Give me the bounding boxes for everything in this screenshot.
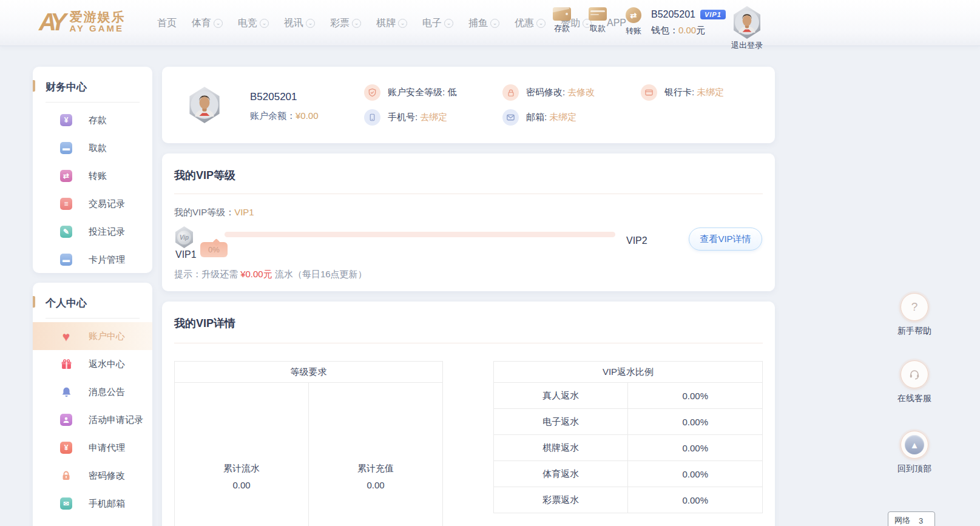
vip-progress-bar (225, 232, 615, 237)
online-service-button[interactable]: 在线客服 (897, 360, 931, 404)
nav-item-esports[interactable]: 电竞⌄ (238, 17, 269, 30)
site-logo[interactable]: AY 爱游娱乐 AY GAME (39, 7, 126, 36)
security-value: 低 (447, 87, 456, 97)
nav-item-boardgames[interactable]: 棋牌⌄ (376, 17, 407, 30)
withdraw-card-icon: ▬ (59, 141, 73, 155)
sidebar-item-account-center[interactable]: ♥ 账户中心 (33, 322, 152, 350)
transaction-record-icon: ≡ (59, 197, 73, 211)
sidebar-item-announcements[interactable]: 消息公告 (33, 378, 152, 406)
rebate-table: VIP返水比例 真人返水 0.00% 电子返水 0.00% 棋牌返水 0.00%… (493, 361, 763, 513)
sidebar-item-transactions[interactable]: ≡ 交易记录 (33, 190, 152, 218)
sidebar-item-card-management[interactable]: ▬ 卡片管理 (33, 246, 152, 273)
user-id: B5205201 (651, 9, 695, 20)
lock-icon (502, 84, 519, 101)
email-row: 邮箱: 未绑定 (502, 109, 576, 126)
divider (46, 102, 140, 103)
header-user-block: B5205201 VIP1 钱包：0.00元 (651, 9, 726, 36)
transfer-arrows-icon: ⇄ (59, 169, 73, 183)
transfer-icon: ⇄ (626, 7, 641, 23)
vip-to-label: VIP2 (626, 235, 647, 246)
phone-row: 手机号: 去绑定 (364, 109, 447, 126)
nav-item-home[interactable]: 首页 (157, 17, 177, 30)
headset-icon (901, 360, 928, 388)
avatar (732, 6, 762, 39)
sidebar-item-activity-applications[interactable]: 活动申请记录 (33, 406, 152, 434)
top-header: AY 爱游娱乐 AY GAME 首页 体育⌄ 电竞⌄ 视讯⌄ 彩票⌄ 棋牌⌄ 电… (0, 0, 980, 46)
quick-deposit-button[interactable]: 存款 (548, 7, 576, 36)
vip-progress-tooltip: 0% (200, 242, 228, 257)
vip-level-card: 我的VIP等级 我的VIP等级：VIP1 Vip VIP1 0% VIP2 查看… (162, 153, 775, 291)
shield-icon (364, 84, 380, 101)
requirements-table: 等级要求 累计流水 0.00 累计充值 0.00 (174, 361, 443, 526)
vip-detail-title: 我的VIP详情 (174, 316, 235, 331)
table-row: 彩票返水 0.00% (494, 487, 763, 513)
lock-icon (59, 469, 73, 482)
nav-item-sports[interactable]: 体育⌄ (192, 17, 223, 30)
bell-icon (59, 385, 73, 399)
bind-phone-link[interactable]: 去绑定 (420, 112, 447, 122)
deposit-icon: ¥ (59, 113, 73, 127)
logo-title-en: AY GAME (70, 24, 126, 34)
sidebar-item-transfer[interactable]: ⇄ 转账 (33, 162, 152, 190)
heart-icon: ♥ (59, 329, 73, 343)
bankcard-row: 银行卡: 未绑定 (641, 84, 724, 101)
view-vip-details-button[interactable]: 查看VIP详情 (689, 228, 762, 251)
sidebar-item-rebate-center[interactable]: 返水中心 (33, 350, 152, 378)
gift-icon (59, 357, 73, 371)
chevron-down-icon: ⌄ (260, 19, 269, 28)
logout-button[interactable]: 退出登录 (731, 6, 763, 51)
chevron-down-icon: ⌄ (214, 19, 223, 28)
vip-level-badge: VIP1 (700, 10, 726, 19)
profile-username: B5205201 (250, 91, 297, 103)
card-management-icon: ▬ (59, 253, 73, 266)
divider (174, 343, 763, 343)
mail-icon (502, 109, 519, 126)
nav-item-promos[interactable]: 优惠⌄ (515, 17, 546, 30)
divider (174, 194, 763, 194)
current-vip-level: 我的VIP等级：VIP1 (174, 207, 254, 218)
change-password-link[interactable]: 去修改 (567, 87, 595, 97)
red-envelope-icon: ¥ (59, 441, 73, 454)
sidebar-item-apply-agent[interactable]: ¥ 申请代理 (33, 434, 152, 462)
table-row: 体育返水 0.00% (494, 461, 763, 487)
newbie-help-button[interactable]: ? 新手帮助 (897, 293, 931, 337)
bankcard-icon (589, 7, 607, 21)
password-row: 密码修改: 去修改 (502, 84, 595, 101)
person-icon (59, 413, 73, 427)
logo-monogram: AY (39, 7, 70, 36)
sidebar-item-deposit[interactable]: ¥ 存款 (33, 106, 152, 134)
nav-item-live[interactable]: 视讯⌄ (284, 17, 315, 30)
back-to-top-button[interactable]: ▲ 回到顶部 (897, 431, 931, 474)
sidebar-item-phone-email[interactable]: ✉ 手机邮箱 (33, 490, 152, 518)
sidebar-finance-panel: 财务中心 ¥ 存款 ▬ 取款 ⇄ 转账 ≡ 交易记录 ✎ 投注记录 ▬ 卡片管理 (33, 67, 152, 273)
help-icon: ? (901, 293, 928, 321)
sidebar-item-withdraw[interactable]: ▬ 取款 (33, 134, 152, 162)
logo-title-cn: 爱游娱乐 (70, 10, 126, 24)
arrow-up-icon: ▲ (901, 431, 928, 459)
bind-email-link[interactable]: 未绑定 (549, 112, 576, 122)
chevron-down-icon: ⌄ (352, 19, 361, 28)
quick-transfer-button[interactable]: ⇄ 转账 (620, 7, 647, 36)
sidebar-item-change-password[interactable]: 密码修改 (33, 462, 152, 490)
nav-item-slots[interactable]: 电子⌄ (422, 17, 453, 30)
sidebar-item-bet-records[interactable]: ✎ 投注记录 (33, 218, 152, 246)
table-row: 电子返水 0.00% (494, 409, 763, 435)
bet-record-icon: ✎ (59, 225, 73, 238)
floating-side-buttons: ? 新手帮助 在线客服 ▲ 回到顶部 (890, 293, 939, 474)
nav-item-lottery[interactable]: 彩票⌄ (330, 17, 361, 30)
profile-balance: 账户余额：¥0.00 (250, 110, 319, 122)
wallet-balance: 钱包：0.00元 (651, 25, 726, 36)
requirement-cell: 累计流水 0.00 (175, 383, 309, 526)
vip-medal-icon: Vip (174, 226, 194, 248)
wallet-icon (553, 7, 571, 21)
network-status-badge: 网络 3 (888, 511, 935, 526)
sidebar-personal-title: 个人中心 (33, 283, 152, 310)
quick-withdraw-button[interactable]: 取款 (584, 7, 612, 36)
nav-item-fishing[interactable]: 捕鱼⌄ (468, 17, 499, 30)
bankcard-icon (641, 84, 657, 101)
vip-detail-card: 我的VIP详情 等级要求 累计流水 0.00 累计充值 0.00 VIP返水比例… (162, 302, 775, 526)
avatar-portrait (734, 10, 760, 35)
vip-from-label: VIP1 (175, 249, 197, 260)
bind-bankcard-link[interactable]: 未绑定 (697, 87, 724, 97)
phone-icon (364, 109, 380, 126)
